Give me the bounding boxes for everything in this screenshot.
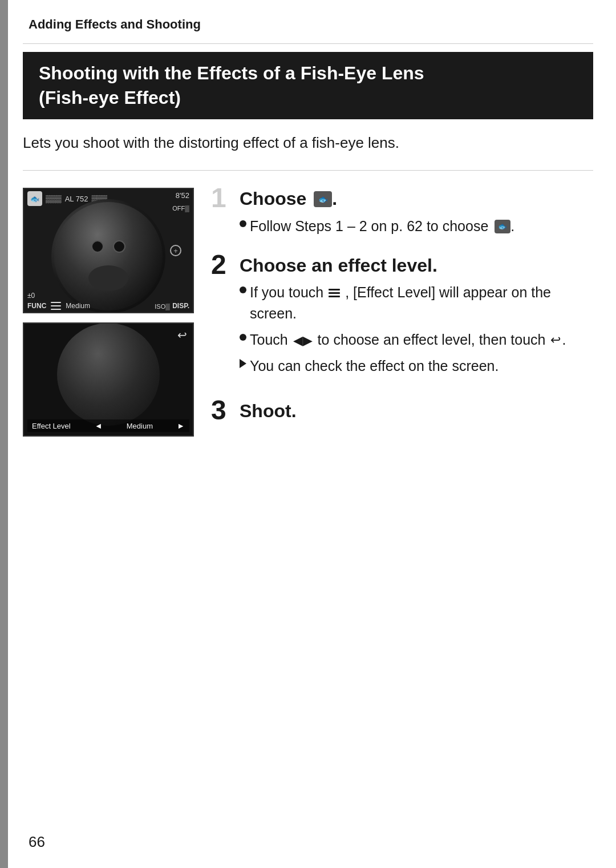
arrows-icon: ◀▶ <box>293 332 313 350</box>
step-1-number: 1 <box>211 184 240 212</box>
main-content: 🐟 ▒▒▒ AL 752 ▒▒▒ 8'52 OFF▒ ±0 <box>23 188 593 441</box>
divider-mid <box>23 170 593 171</box>
bullet-dot <box>240 334 246 341</box>
hud-iso: ISO▒ <box>155 303 170 310</box>
effect-arrow-right: ► <box>177 421 185 430</box>
divider-top <box>23 43 593 44</box>
dog-eye-right <box>113 240 125 253</box>
back-arrow: ↩ <box>177 328 187 342</box>
hud-off: OFF▒ <box>172 205 189 212</box>
step-1-content: Choose 🐟. Follow Steps 1 – 2 on p. 62 to… <box>240 188 593 242</box>
back-icon-inline: ↩ <box>550 331 561 349</box>
func-label: FUNC <box>27 302 46 310</box>
hud-time: 8'52 <box>176 191 189 200</box>
step-1-title: Choose 🐟. <box>240 188 593 209</box>
step-2-title: Choose an effect level. <box>240 255 593 276</box>
menu-icon-hud <box>51 302 61 310</box>
step-2-bullet-3: You can check the effect on the screen. <box>240 356 593 376</box>
breadcrumb: Adding Effects and Shooting <box>29 17 201 32</box>
effect-level-bar: Effect Level ◄ Medium ► <box>27 419 189 432</box>
step-1-bullet-1-text: Follow Steps 1 – 2 on p. 62 to choose 🐟. <box>250 216 514 236</box>
fish-icon-hud: 🐟 <box>27 191 42 206</box>
page-left-bar <box>0 0 8 868</box>
steps-column: 1 Choose 🐟. Follow Steps 1 – 2 on p. 62 … <box>211 188 593 441</box>
step-2: 2 Choose an effect level. If you touch ,… <box>211 255 593 382</box>
step-2-bullet-1-text: If you touch , [Effect Level] will appea… <box>250 282 593 324</box>
fish-eye-icon-inline: 🐟 <box>495 220 510 233</box>
medium-label: Medium <box>66 302 90 310</box>
menu-icon-inline <box>329 289 340 297</box>
step-3: 3 Shoot. <box>211 400 593 427</box>
hud-af-point <box>170 245 181 256</box>
step-3-content: Shoot. <box>240 400 593 427</box>
bullet-dot <box>240 220 246 227</box>
step-3-title: Shoot. <box>240 400 593 422</box>
fisheye-image <box>51 199 165 313</box>
step-2-bullet-2: Touch ◀▶ to choose an effect level, then… <box>240 329 593 350</box>
section-title: Shooting with the Effects of a Fish-Eye … <box>39 61 581 110</box>
dog-face-2 <box>57 323 160 426</box>
hud-exposure: ±0 <box>27 292 35 300</box>
fish-eye-mode-icon: 🐟 <box>314 191 332 207</box>
camera-screen-2: ↩ Effect Level ◄ Medium ► <box>23 322 194 437</box>
effect-medium-label: Medium <box>127 422 153 430</box>
step-2-content: Choose an effect level. If you touch , [… <box>240 255 593 382</box>
intro-text: Lets you shoot with the distorting effec… <box>23 132 593 154</box>
step-2-number: 2 <box>211 251 240 278</box>
effect-level-label: Effect Level <box>32 422 71 430</box>
camera-screen-1: 🐟 ▒▒▒ AL 752 ▒▒▒ 8'52 OFF▒ ±0 <box>23 188 194 313</box>
step-1: 1 Choose 🐟. Follow Steps 1 – 2 on p. 62 … <box>211 188 593 242</box>
step-2-bullet-2-text: Touch ◀▶ to choose an effect level, then… <box>250 329 566 350</box>
dog-eye-left <box>91 240 104 253</box>
camera-screens: 🐟 ▒▒▒ AL 752 ▒▒▒ 8'52 OFF▒ ±0 <box>23 188 194 437</box>
effect-arrow-left: ◄ <box>95 421 103 430</box>
bullet-triangle <box>240 359 246 368</box>
dog-snout <box>88 265 128 291</box>
hud-disp: DISP. <box>172 302 189 310</box>
breadcrumb-section: Adding Effects and Shooting <box>23 17 593 32</box>
step-3-number: 3 <box>211 397 240 424</box>
step-1-bullet-1: Follow Steps 1 – 2 on p. 62 to choose 🐟. <box>240 216 593 236</box>
step-2-bullet-1: If you touch , [Effect Level] will appea… <box>240 282 593 324</box>
step-2-bullet-3-text: You can check the effect on the screen. <box>250 356 499 376</box>
section-title-box: Shooting with the Effects of a Fish-Eye … <box>23 52 593 119</box>
dog-face <box>54 202 163 310</box>
page-number: 66 <box>29 833 45 851</box>
bullet-dot <box>240 286 246 293</box>
